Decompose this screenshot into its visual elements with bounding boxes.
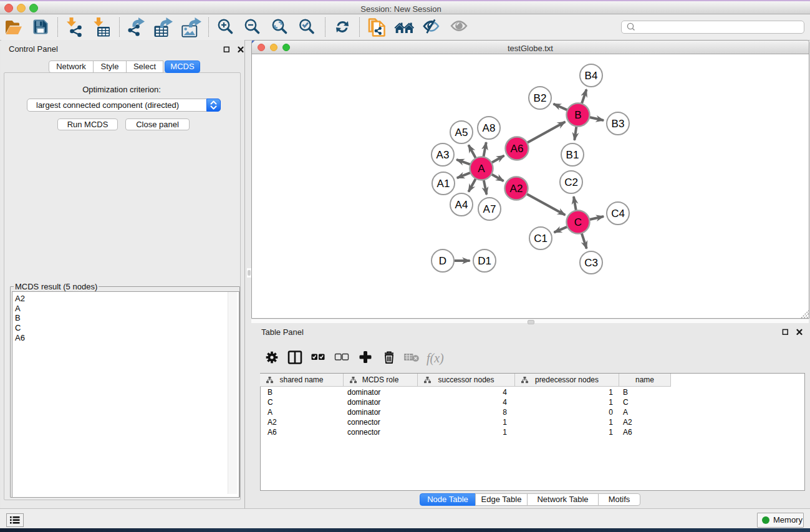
svg-text:C4: C4: [611, 208, 625, 220]
svg-text:A3: A3: [436, 149, 450, 161]
svg-text:f(x): f(x): [427, 351, 444, 365]
svg-text:B3: B3: [612, 118, 625, 130]
svg-text:A8: A8: [483, 122, 496, 134]
svg-text:A: A: [478, 163, 485, 175]
svg-text:C3: C3: [584, 257, 598, 269]
svg-text:B1: B1: [566, 149, 579, 161]
svg-text:B4: B4: [585, 70, 598, 82]
svg-text:A7: A7: [483, 203, 496, 215]
svg-text:C1: C1: [534, 233, 547, 244]
svg-text:C: C: [574, 216, 582, 228]
svg-text:A2: A2: [510, 183, 523, 195]
svg-text:B2: B2: [534, 92, 547, 104]
svg-text:C2: C2: [564, 177, 578, 188]
svg-text:A5: A5: [455, 127, 468, 138]
svg-text:A1: A1: [437, 178, 450, 190]
svg-text:A4: A4: [455, 199, 468, 211]
svg-text:D1: D1: [478, 255, 491, 267]
svg-text:A6: A6: [511, 143, 524, 155]
svg-text:B: B: [574, 109, 581, 121]
svg-text:D: D: [439, 255, 446, 267]
